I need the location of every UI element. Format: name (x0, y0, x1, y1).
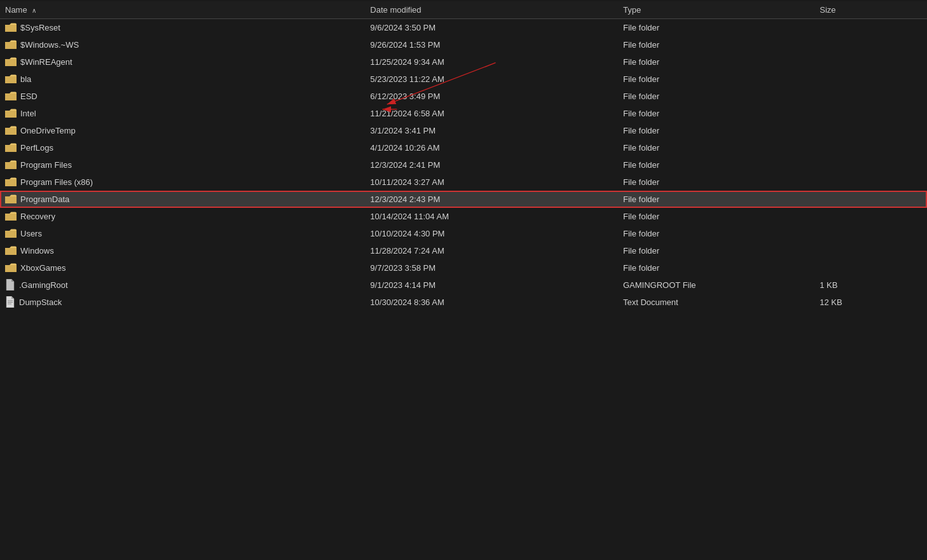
file-date-cell: 9/7/2023 3:58 PM (365, 259, 618, 277)
folder-icon (5, 177, 17, 186)
table-row[interactable]: Program Files (x86)10/11/2024 3:27 AMFil… (0, 174, 927, 191)
file-name-label: Program Files (x86) (20, 177, 93, 187)
file-name-cell: DumpStack (0, 294, 365, 311)
table-row[interactable]: ESD6/12/2023 3:49 PMFile folder (0, 88, 927, 105)
file-type-cell: File folder (618, 242, 814, 259)
file-size-cell (814, 225, 927, 242)
folder-icon (5, 143, 17, 152)
table-row[interactable]: Intel11/21/2024 6:58 AMFile folder (0, 105, 927, 122)
file-name-cell: Windows (0, 242, 365, 259)
table-row[interactable]: ProgramData12/3/2024 2:43 PMFile folder (0, 191, 927, 208)
file-name-cell: Program Files (x86) (0, 174, 365, 191)
col-header-size[interactable]: Size (814, 1, 927, 19)
file-date-cell: 9/26/2024 1:53 PM (365, 36, 618, 53)
svg-rect-23 (5, 146, 17, 152)
svg-rect-35 (5, 214, 17, 221)
file-name-cell: Recovery (0, 208, 365, 225)
svg-rect-44 (5, 266, 17, 272)
folder-icon (5, 57, 17, 66)
file-type-cell: Text Document (618, 294, 814, 311)
file-type-cell: File folder (618, 139, 814, 156)
file-date-cell: 6/12/2023 3:49 PM (365, 88, 618, 105)
svg-rect-14 (5, 94, 17, 100)
file-type-cell: File folder (618, 36, 814, 53)
file-date-cell: 12/3/2024 2:43 PM (365, 191, 618, 208)
file-date-cell: 9/1/2023 4:14 PM (365, 277, 618, 294)
folder-icon (5, 23, 17, 32)
table-row[interactable]: bla5/23/2023 11:22 AMFile folder (0, 71, 927, 88)
folder-icon (5, 40, 17, 49)
file-name-label: Program Files (20, 160, 72, 170)
table-row[interactable]: PerfLogs4/1/2024 10:26 AMFile folder (0, 139, 927, 156)
file-type-cell: File folder (618, 208, 814, 225)
file-size-cell (814, 156, 927, 174)
file-date-cell: 11/21/2024 6:58 AM (365, 105, 618, 122)
file-date-cell: 10/11/2024 3:27 AM (365, 174, 618, 191)
file-table: Name ∧ Date modified Type Size (0, 1, 927, 311)
svg-rect-5 (5, 43, 17, 49)
folder-icon (5, 109, 17, 118)
folder-icon (5, 74, 17, 83)
folder-icon (5, 92, 17, 100)
file-size-cell (814, 208, 927, 225)
table-row[interactable]: OneDriveTemp3/1/2024 3:41 PMFile folder (0, 122, 927, 139)
file-name-label: $SysReset (20, 23, 60, 32)
file-name-label: bla (20, 74, 31, 84)
folder-icon (5, 195, 17, 203)
file-name-label: Intel (20, 109, 36, 118)
file-size-cell: 1 KB (814, 277, 927, 294)
table-row[interactable]: .GamingRoot9/1/2023 4:14 PMGAMINGROOT Fi… (0, 277, 927, 294)
file-list: $SysReset9/6/2024 3:50 PMFile folder $Wi… (0, 19, 927, 311)
table-row[interactable]: XboxGames9/7/2023 3:58 PMFile folder (0, 259, 927, 277)
table-row[interactable]: $SysReset9/6/2024 3:50 PMFile folder (0, 19, 927, 36)
col-header-date[interactable]: Date modified (365, 1, 618, 19)
file-name-cell: Program Files (0, 156, 365, 174)
folder-icon (5, 263, 17, 272)
file-name-cell: XboxGames (0, 259, 365, 277)
file-type-cell: File folder (618, 259, 814, 277)
file-date-cell: 4/1/2024 10:26 AM (365, 139, 618, 156)
file-name-label: $Windows.~WS (20, 40, 79, 50)
file-name-label: ProgramData (20, 195, 69, 204)
file-size-cell (814, 105, 927, 122)
file-name-label: Windows (20, 246, 54, 256)
file-name-cell: $WinREAgent (0, 53, 365, 71)
file-size-cell (814, 36, 927, 53)
text-file-icon (5, 296, 15, 308)
svg-rect-38 (5, 231, 17, 238)
folder-icon (5, 126, 17, 135)
col-header-type[interactable]: Type (618, 1, 814, 19)
file-name-cell: .GamingRoot (0, 277, 365, 294)
file-date-cell: 12/3/2024 2:41 PM (365, 156, 618, 174)
svg-rect-17 (5, 111, 17, 118)
table-row[interactable]: $WinREAgent11/25/2024 9:34 AMFile folder (0, 53, 927, 71)
file-name-cell: PerfLogs (0, 139, 365, 156)
table-row[interactable]: DumpStack10/30/2024 8:36 AMText Document… (0, 294, 927, 311)
table-row[interactable]: Windows11/28/2024 7:24 AMFile folder (0, 242, 927, 259)
file-size-cell (814, 259, 927, 277)
table-row[interactable]: $Windows.~WS9/26/2024 1:53 PMFile folder (0, 36, 927, 53)
file-name-label: .GamingRoot (19, 280, 68, 290)
file-size-cell (814, 174, 927, 191)
file-name-cell: Intel (0, 105, 365, 122)
sort-arrow-icon: ∧ (32, 7, 36, 14)
file-size-cell (814, 242, 927, 259)
file-name-label: DumpStack (19, 297, 62, 307)
table-row[interactable]: Users10/10/2024 4:30 PMFile folder (0, 225, 927, 242)
file-type-cell: File folder (618, 19, 814, 36)
file-size-cell (814, 53, 927, 71)
folder-icon (5, 160, 17, 169)
file-icon (5, 279, 15, 290)
file-name-label: Recovery (20, 212, 55, 221)
file-date-cell: 11/25/2024 9:34 AM (365, 53, 618, 71)
table-row[interactable]: Recovery10/14/2024 11:04 AMFile folder (0, 208, 927, 225)
table-row[interactable]: Program Files12/3/2024 2:41 PMFile folde… (0, 156, 927, 174)
file-date-cell: 10/30/2024 8:36 AM (365, 294, 618, 311)
file-type-cell: File folder (618, 71, 814, 88)
col-header-name[interactable]: Name ∧ (0, 1, 365, 19)
file-name-cell: ESD (0, 88, 365, 105)
file-type-cell: File folder (618, 191, 814, 208)
svg-rect-8 (5, 60, 17, 66)
svg-rect-26 (5, 163, 17, 169)
file-table-wrapper: Name ∧ Date modified Type Size (0, 0, 927, 311)
